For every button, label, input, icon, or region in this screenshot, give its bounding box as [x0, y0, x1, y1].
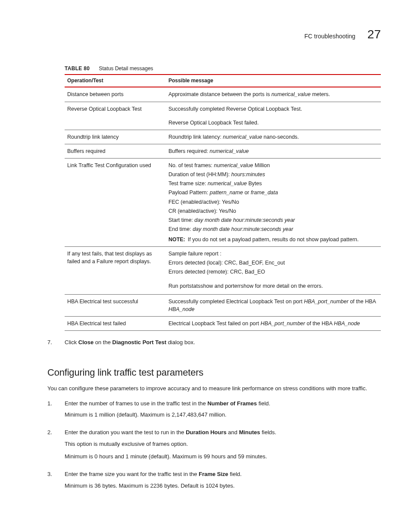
- col-message: Possible message: [166, 75, 381, 87]
- cell-op: Buffers required: [65, 144, 166, 158]
- cell-op: Reverse Optical Loopback Test: [65, 102, 166, 116]
- table-row: Buffers required Buffers required: numer…: [65, 144, 381, 158]
- table-row: Reverse Optical Loopback Test failed.: [65, 116, 381, 130]
- status-table: Operation/Test Possible message Distance…: [65, 74, 381, 331]
- step-3: 3. Enter the frame size you want for the…: [47, 470, 381, 495]
- table-label: TABLE 80: [65, 65, 90, 72]
- cell-op: If any test fails, that test displays as…: [65, 247, 166, 295]
- table-caption: TABLE 80 Status Detail messages: [65, 65, 381, 72]
- table-row: HBA Electrical test successful Successfu…: [65, 294, 381, 316]
- cell-msg: Sample failure report : Errors detected …: [166, 247, 381, 295]
- table-row: Link Traffic Test Configuration used No.…: [65, 159, 381, 247]
- cell-op: HBA Electrical test failed: [65, 316, 166, 330]
- step-1: 1. Enter the number of frames to use in …: [47, 400, 381, 424]
- table-caption-text: Status Detail messages: [99, 65, 153, 72]
- cell-msg: No. of test frames: numerical_value Mill…: [166, 159, 381, 247]
- cell-op: Distance between ports: [65, 87, 166, 102]
- step-number: 7.: [47, 339, 65, 351]
- cell-op: HBA Electrical test successful: [65, 294, 166, 316]
- cell-msg: Successfully completed Electrical Loopba…: [166, 294, 381, 316]
- cell-msg: Roundtrip link latency: numerical_value …: [166, 130, 381, 144]
- step-number: 1.: [47, 400, 65, 424]
- header-page-number: 27: [367, 26, 381, 44]
- table-row: Reverse Optical Loopback Test Successful…: [65, 102, 381, 116]
- cell-op: Link Traffic Test Configuration used: [65, 159, 166, 247]
- cell-msg: Buffers required: numerical_value: [166, 144, 381, 158]
- note-label: NOTE:: [168, 236, 185, 243]
- header-title: FC troubleshooting: [305, 32, 355, 40]
- cell-msg: Reverse Optical Loopback Test failed.: [166, 116, 381, 130]
- table-row: HBA Electrical test failed Electrical Lo…: [65, 316, 381, 330]
- note-text: If you do not set a payload pattern, res…: [188, 236, 359, 243]
- step-2: 2. Enter the duration you want the test …: [47, 429, 381, 465]
- cell-op: [65, 116, 166, 130]
- step-number: 2.: [47, 429, 65, 465]
- cell-msg: Successfully completed Reverse Optical L…: [166, 102, 381, 116]
- cell-op: Roundtrip link latency: [65, 130, 166, 144]
- step-number: 3.: [47, 470, 65, 495]
- page-header: FC troubleshooting 27: [47, 26, 381, 44]
- section-intro: You can conifigure these parameters to i…: [47, 385, 381, 393]
- step-7: 7. Click Close on the Diagnostic Port Te…: [47, 339, 381, 351]
- col-operation: Operation/Test: [65, 75, 166, 87]
- cell-msg: Approximate distance between the ports i…: [166, 87, 381, 102]
- table-row: If any test fails, that test displays as…: [65, 247, 381, 295]
- table-row: Distance between ports Approximate dista…: [65, 87, 381, 102]
- note: NOTE: If you do not set a payload patter…: [168, 236, 378, 243]
- table-row: Roundtrip link latency Roundtrip link la…: [65, 130, 381, 144]
- section-heading: Configuring link traffic test parameters: [47, 366, 381, 380]
- cell-msg: Electrical Loopback Test failed on port …: [166, 316, 381, 330]
